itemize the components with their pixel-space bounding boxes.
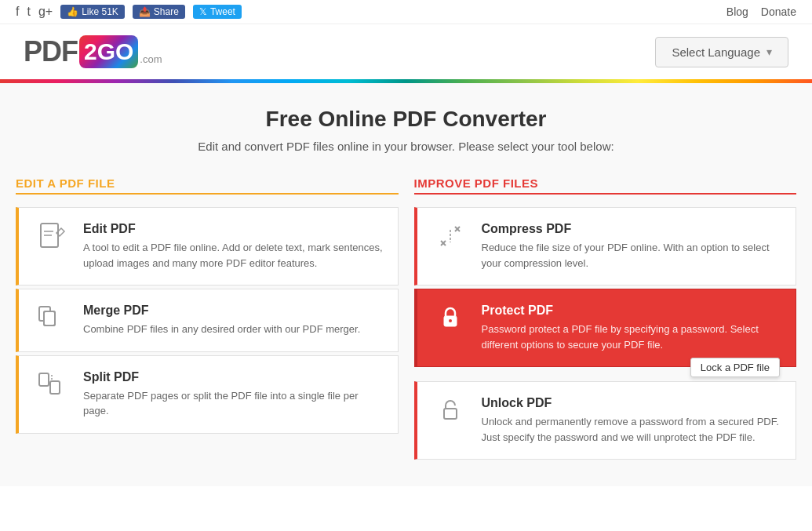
main-content: Free Online PDF Converter Edit and conve… — [0, 83, 812, 486]
header: PDF 2GO .com Select Language — [0, 24, 812, 79]
edit-pdf-desc: A tool to edit a PDF file online. Add or… — [83, 240, 385, 271]
edit-pdf-icon — [31, 222, 72, 250]
svg-rect-6 — [39, 373, 49, 386]
unlock-pdf-info: Unlock PDF Unlock and permanently remove… — [482, 396, 784, 445]
top-bar-left: f t g+ 👍 Like 51K 📤 Share 𝕏 Tweet — [16, 5, 242, 19]
donate-link[interactable]: Donate — [761, 5, 796, 18]
right-column: IMPROVE PDF FILES Compress PDF Reduce th… — [414, 176, 797, 463]
top-bar-right: Blog Donate — [726, 5, 796, 18]
tweet-label: Tweet — [210, 6, 235, 17]
split-pdf-icon — [31, 370, 72, 398]
compress-pdf-info: Compress PDF Reduce the file size of you… — [482, 222, 784, 271]
select-language-button[interactable]: Select Language — [655, 37, 788, 67]
merge-pdf-icon — [31, 304, 72, 332]
protect-pdf-desc: Password protect a PDF file by specifyin… — [482, 322, 784, 352]
svg-point-15 — [449, 319, 452, 322]
left-column-header: EDIT A PDF FILE — [16, 176, 399, 195]
top-bar: f t g+ 👍 Like 51K 📤 Share 𝕏 Tweet Blog D… — [0, 0, 812, 24]
protect-pdf-icon — [430, 304, 471, 332]
facebook-share-button[interactable]: 📤 Share — [133, 5, 185, 19]
unlock-pdf-title: Unlock PDF — [482, 396, 784, 410]
left-column: EDIT A PDF FILE Edit PDF A tool to edit … — [16, 176, 399, 463]
svg-rect-16 — [444, 409, 457, 419]
like-label: Like 51K — [82, 6, 118, 17]
compress-pdf-title: Compress PDF — [482, 222, 784, 236]
compress-pdf-icon — [430, 222, 471, 250]
page-subtitle: Edit and convert PDF files online in you… — [16, 140, 796, 153]
split-pdf-title: Split PDF — [83, 370, 385, 384]
logo-2go-box: 2GO — [79, 35, 138, 68]
svg-rect-7 — [50, 381, 60, 394]
svg-rect-4 — [44, 311, 55, 326]
facebook-icon[interactable]: f — [16, 5, 19, 19]
edit-pdf-info: Edit PDF A tool to edit a PDF file onlin… — [83, 222, 385, 271]
unlock-pdf-icon — [430, 396, 471, 424]
split-pdf-desc: Separate PDF pages or split the PDF file… — [83, 388, 385, 419]
edit-pdf-title: Edit PDF — [83, 222, 385, 236]
protect-pdf-title: Protect PDF — [482, 304, 784, 318]
blog-link[interactable]: Blog — [726, 5, 748, 18]
unlock-pdf-desc: Unlock and permanently remove a password… — [482, 414, 784, 445]
googleplus-icon[interactable]: g+ — [38, 5, 53, 19]
edit-pdf-card[interactable]: Edit PDF A tool to edit a PDF file onlin… — [16, 207, 399, 286]
logo-com: .com — [140, 53, 162, 65]
protect-pdf-card[interactable]: Protect PDF Password protect a PDF file … — [414, 289, 797, 367]
merge-pdf-desc: Combine PDF files in any desired order w… — [83, 322, 385, 337]
right-column-header: IMPROVE PDF FILES — [414, 176, 797, 195]
merge-pdf-info: Merge PDF Combine PDF files in any desir… — [83, 304, 385, 337]
logo-pdf-text: PDF — [24, 35, 78, 68]
merge-pdf-title: Merge PDF — [83, 304, 385, 318]
facebook-like-button[interactable]: 👍 Like 51K — [60, 5, 125, 19]
tools-wrapper: EDIT A PDF FILE Edit PDF A tool to edit … — [16, 176, 796, 463]
page-title: Free Online PDF Converter — [16, 107, 796, 132]
unlock-pdf-card[interactable]: Unlock PDF Unlock and permanently remove… — [414, 381, 797, 460]
twitter-icon[interactable]: t — [27, 5, 30, 19]
compress-pdf-desc: Reduce the file size of your PDF online.… — [482, 240, 784, 271]
protect-pdf-info: Protect PDF Password protect a PDF file … — [482, 304, 784, 352]
select-language-label: Select Language — [672, 45, 760, 59]
share-label: Share — [154, 6, 179, 17]
compress-pdf-card[interactable]: Compress PDF Reduce the file size of you… — [414, 207, 797, 286]
split-pdf-card[interactable]: Split PDF Separate PDF pages or split th… — [16, 355, 399, 434]
split-pdf-info: Split PDF Separate PDF pages or split th… — [83, 370, 385, 419]
logo[interactable]: PDF 2GO .com — [24, 35, 162, 68]
lock-tooltip: Lock a PDF file — [690, 358, 780, 377]
twitter-tweet-button[interactable]: 𝕏 Tweet — [193, 5, 242, 19]
merge-pdf-card[interactable]: Merge PDF Combine PDF files in any desir… — [16, 289, 399, 352]
